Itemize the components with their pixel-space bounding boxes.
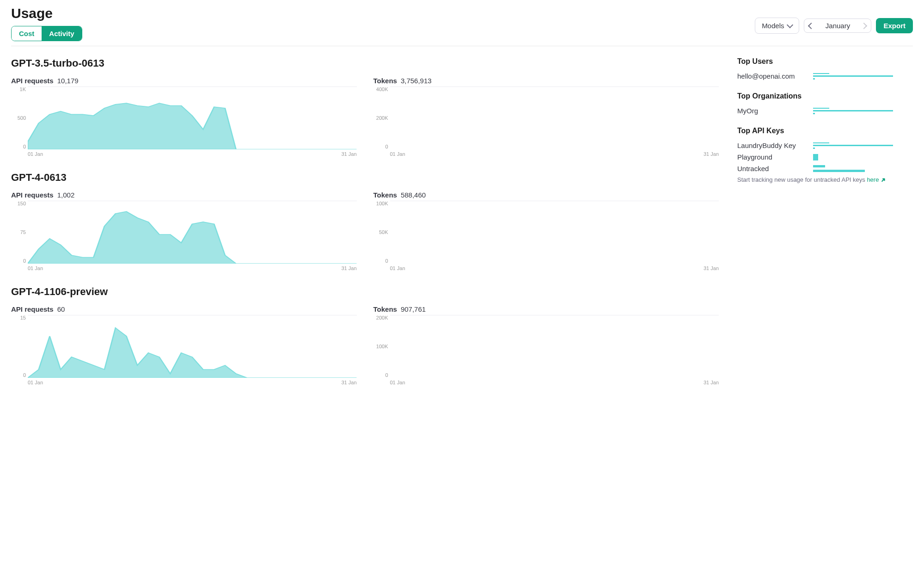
chart-title: Tokens — [373, 191, 397, 199]
requests-chart: API requests1,00215075001 Jan31 Jan — [11, 191, 357, 270]
model-section: GPT-4-1106-previewAPI requests6015001 Ja… — [11, 286, 719, 384]
top-users-block: Top Users hello@openai.com — [737, 57, 913, 80]
top-orgs-title: Top Organizations — [737, 92, 913, 100]
chart-title: Tokens — [373, 77, 397, 85]
chart-total: 1,002 — [57, 191, 75, 199]
page-title: Usage — [11, 6, 82, 21]
sidebar: Top Users hello@openai.com Top Organizat… — [737, 57, 913, 400]
top-org-bar — [813, 108, 913, 114]
requests-chart: API requests10,1791K500001 Jan31 Jan — [11, 77, 357, 156]
top-keys-block: Top API Keys LaundryBuddy KeyPlaygroundU… — [737, 127, 913, 183]
top-users-title: Top Users — [737, 57, 913, 66]
chart-total: 10,179 — [57, 77, 79, 85]
top-keys-title: Top API Keys — [737, 127, 913, 135]
model-list: GPT-3.5-turbo-0613API requests10,1791K50… — [11, 57, 719, 400]
top-key-label: Untracked — [737, 165, 807, 172]
top-org-row[interactable]: MyOrg — [737, 107, 913, 115]
top-key-bar — [813, 166, 913, 172]
tokens-chart: Tokens588,460100K50K001 Jan31 Jan — [373, 191, 719, 270]
top-key-bar — [813, 142, 913, 149]
chart-title: API requests — [11, 305, 54, 313]
external-link-icon: ➜ — [879, 175, 887, 184]
top-key-row[interactable]: Playground — [737, 153, 913, 161]
top-user-label: hello@openai.com — [737, 72, 807, 80]
chart-total: 907,761 — [401, 305, 426, 313]
chevron-down-icon — [787, 21, 793, 28]
prev-month-button[interactable] — [808, 22, 814, 29]
chart-title: Tokens — [373, 305, 397, 313]
tab-activity[interactable]: Activity — [42, 26, 81, 41]
top-key-label: Playground — [737, 153, 807, 161]
chart-total: 588,460 — [401, 191, 426, 199]
view-tabs: Cost Activity — [11, 26, 82, 41]
top-key-row[interactable]: Untracked — [737, 165, 913, 172]
model-title: GPT-4-0613 — [11, 172, 719, 184]
model-title: GPT-4-1106-preview — [11, 286, 719, 298]
top-user-bar — [813, 73, 913, 80]
model-section: GPT-3.5-turbo-0613API requests10,1791K50… — [11, 57, 719, 156]
tokens-chart: Tokens3,756,913400K200K001 Jan31 Jan — [373, 77, 719, 156]
chart-total: 3,756,913 — [401, 77, 432, 85]
tokens-chart: Tokens907,761200K100K001 Jan31 Jan — [373, 305, 719, 384]
top-key-bar — [813, 154, 913, 160]
chart-title: API requests — [11, 191, 54, 199]
top-user-row[interactable]: hello@openai.com — [737, 72, 913, 80]
month-navigator: January — [804, 18, 871, 33]
untracked-hint: Start tracking new usage for untracked A… — [737, 176, 913, 183]
top-key-label: LaundryBuddy Key — [737, 142, 807, 149]
models-dropdown[interactable]: Models — [755, 18, 799, 34]
month-label: January — [822, 22, 853, 30]
untracked-link[interactable]: here ➜ — [867, 176, 886, 183]
model-section: GPT-4-0613API requests1,00215075001 Jan3… — [11, 172, 719, 270]
tab-cost[interactable]: Cost — [12, 26, 42, 41]
next-month-button[interactable] — [861, 22, 867, 29]
top-orgs-block: Top Organizations MyOrg — [737, 92, 913, 115]
top-org-label: MyOrg — [737, 107, 807, 115]
export-button[interactable]: Export — [876, 18, 913, 33]
models-dropdown-label: Models — [762, 22, 784, 30]
chart-title: API requests — [11, 77, 54, 85]
model-title: GPT-3.5-turbo-0613 — [11, 57, 719, 69]
chart-total: 60 — [57, 305, 65, 313]
requests-chart: API requests6015001 Jan31 Jan — [11, 305, 357, 384]
top-key-row[interactable]: LaundryBuddy Key — [737, 142, 913, 149]
